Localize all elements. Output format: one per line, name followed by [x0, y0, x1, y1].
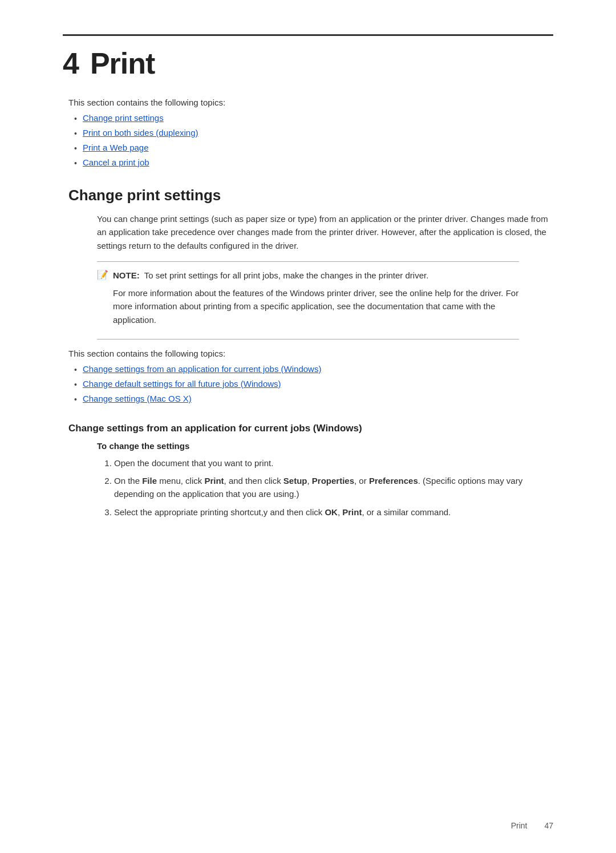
- note-icon: 📝: [97, 269, 108, 280]
- step-3: Select the appropriate printing shortcut…: [114, 506, 553, 519]
- chapter-header: 4Print: [63, 34, 553, 80]
- toc-link-2[interactable]: Print on both sides (duplexing): [83, 128, 198, 138]
- note-label: NOTE:: [113, 270, 140, 280]
- note-para: For more information about the features …: [113, 286, 519, 326]
- step-2: On the File menu, click Print, and then …: [114, 474, 553, 501]
- section1-sub-toc: Change settings from an application for …: [74, 364, 553, 406]
- sub-toc-item-1[interactable]: Change settings from an application for …: [74, 364, 553, 376]
- step-2-text: On the File menu, click Print, and then …: [114, 476, 522, 499]
- sub-toc-link-2[interactable]: Change default settings for all future j…: [83, 379, 281, 389]
- toc-link-1[interactable]: Change print settings: [83, 113, 164, 123]
- note-content: NOTE: To set print settings for all prin…: [113, 269, 519, 326]
- step-3-text: Select the appropriate printing shortcut…: [114, 507, 451, 517]
- note-text: NOTE: To set print settings for all prin…: [113, 270, 428, 280]
- section1-body: You can change print settings (such as p…: [97, 212, 553, 252]
- footer-page-number: 47: [544, 821, 553, 830]
- toc-item-3[interactable]: Print a Web page: [74, 143, 553, 155]
- footer-section-label: Print: [511, 821, 528, 830]
- procedure-heading: To change the settings: [97, 441, 553, 451]
- sub-toc-link-1[interactable]: Change settings from an application for …: [83, 364, 322, 374]
- note-body: To set print settings for all print jobs…: [144, 270, 429, 280]
- note-box: 📝 NOTE: To set print settings for all pr…: [97, 261, 519, 339]
- chapter-title: 4Print: [63, 47, 155, 80]
- procedure-steps: Open the document that you want to print…: [97, 456, 553, 519]
- toc-item-4[interactable]: Cancel a print job: [74, 157, 553, 169]
- chapter-toc: Change print settings Print on both side…: [74, 113, 553, 169]
- section1-sub-intro: This section contains the following topi…: [68, 349, 553, 358]
- sub-toc-item-2[interactable]: Change default settings for all future j…: [74, 379, 553, 391]
- chapter-intro: This section contains the following topi…: [68, 98, 553, 107]
- toc-item-2[interactable]: Print on both sides (duplexing): [74, 128, 553, 140]
- step-1: Open the document that you want to print…: [114, 456, 553, 470]
- sub-toc-link-3[interactable]: Change settings (Mac OS X): [83, 394, 192, 403]
- note-row: 📝 NOTE: To set print settings for all pr…: [97, 269, 519, 326]
- page-footer: Print 47: [511, 821, 553, 830]
- subsection1-heading: Change settings from an application for …: [68, 423, 553, 434]
- sub-toc-item-3[interactable]: Change settings (Mac OS X): [74, 394, 553, 406]
- section1-heading: Change print settings: [68, 187, 553, 204]
- toc-link-4[interactable]: Cancel a print job: [83, 157, 149, 167]
- chapter-number: 4: [63, 47, 79, 80]
- toc-link-3[interactable]: Print a Web page: [83, 143, 149, 152]
- toc-item-1[interactable]: Change print settings: [74, 113, 553, 125]
